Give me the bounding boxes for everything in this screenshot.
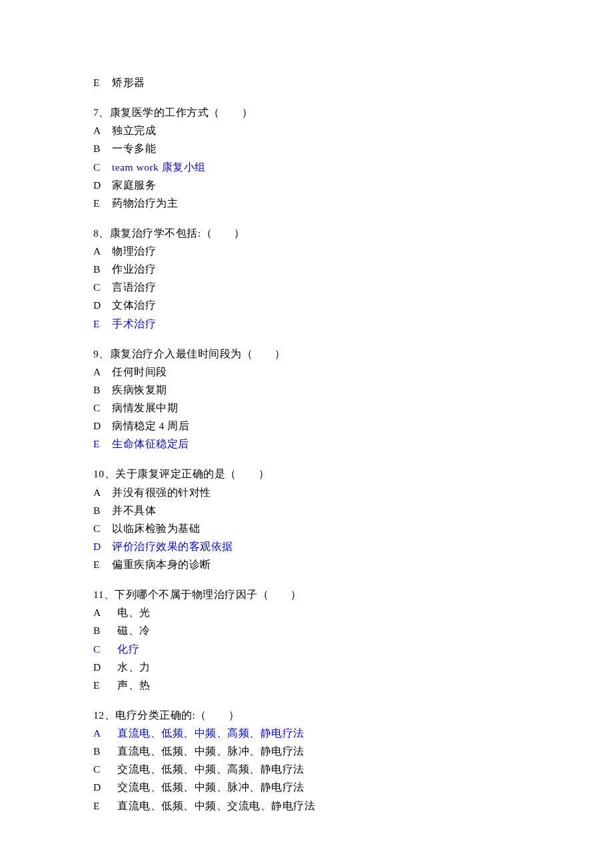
option-text: 独立完成 (105, 125, 156, 136)
option-letter: B (93, 501, 105, 519)
answer-option-line: A直流电、低频、中频、高频、静电疗法 (93, 724, 520, 742)
question-number: 12 (93, 709, 105, 721)
option-line: A电、光 (93, 603, 520, 621)
option-line: A并没有很强的针对性 (93, 483, 520, 501)
option-line: E声、热 (93, 676, 520, 694)
option-text: 并不具体 (105, 505, 156, 516)
option-letter: C (93, 640, 105, 658)
option-letter: E (93, 315, 105, 333)
option-line: B直流电、低频、中频、脉冲、静电疗法 (93, 742, 520, 760)
option-text: 任何时间段 (105, 366, 167, 377)
option-text: 直流电、低频、中频、脉冲、静电疗法 (105, 745, 305, 757)
option-line: C以临床检验为基础 (93, 519, 520, 537)
option-line: D水、力 (93, 658, 520, 676)
option-line: A独立完成 (93, 121, 520, 139)
question-number: 8 (93, 227, 99, 239)
option-letter: A (93, 242, 105, 260)
option-text: 评价治疗效果的客观依据 (105, 541, 233, 552)
option-letter: B (93, 139, 105, 157)
option-text: 药物治疗为主 (105, 197, 178, 209)
question-stem: 11、下列哪个不属于物理治疗因子（ ） (93, 585, 520, 603)
question-stem-text: 、康复治疗学不包括:（ ） (99, 227, 245, 239)
option-letter: A (93, 724, 105, 742)
option-text: 交流电、低频、中频、脉冲、静电疗法 (105, 781, 305, 793)
option-line: B一专多能 (93, 139, 520, 157)
option-letter: A (93, 483, 105, 501)
question-stem: 8、康复治疗学不包括:（ ） (93, 224, 520, 242)
option-letter: B (93, 621, 105, 639)
question-stem: 9、康复治疗介入最佳时间段为（ ） (93, 345, 520, 363)
question-block: 12、电疗分类正确的:（ ）A直流电、低频、中频、高频、静电疗法B直流电、低频、… (93, 706, 520, 815)
option-text: 作业治疗 (105, 263, 156, 275)
option-line: E直流电、低频、中频、交流电、静电疗法 (93, 797, 520, 815)
option-text: 矫形器 (105, 77, 145, 88)
option-letter: E (93, 555, 105, 573)
question-block: 8、康复治疗学不包括:（ ）A物理治疗B作业治疗C言语治疗D文体治疗E手术治疗 (93, 224, 520, 333)
answer-option-line: C化疗 (93, 640, 520, 658)
answer-option-line: E手术治疗 (93, 315, 520, 333)
question-number: 9 (93, 348, 99, 359)
question-block: 7、康复医学的工作方式（ ）A独立完成B一专多能Cteam work 康复小组D… (93, 103, 520, 212)
option-text: 直流电、低频、中频、高频、静电疗法 (105, 727, 305, 739)
option-text: team work 康复小组 (105, 161, 206, 173)
option-line: C言语治疗 (93, 278, 520, 296)
option-text: 直流电、低频、中频、交流电、静电疗法 (105, 800, 315, 811)
option-letter: A (93, 363, 105, 381)
option-text: 以临床检验为基础 (105, 523, 200, 534)
option-letter: C (93, 760, 105, 778)
question-stem: 7、康复医学的工作方式（ ） (93, 103, 520, 121)
option-line: D交流电、低频、中频、脉冲、静电疗法 (93, 778, 520, 796)
question-block: 11、下列哪个不属于物理治疗因子（ ）A电、光B磁、冷C化疗D水、力E声、热 (93, 585, 520, 694)
question-number: 10 (93, 468, 105, 479)
question-stem-text: 、关于康复评定正确的是（ ） (105, 468, 270, 479)
option-letter: C (93, 158, 105, 176)
option-text: 病情发展中期 (105, 402, 178, 413)
question-number: 11 (93, 589, 104, 600)
option-line: A任何时间段 (93, 363, 520, 381)
option-line: B并不具体 (93, 501, 520, 519)
question-stem: 10、关于康复评定正确的是（ ） (93, 465, 520, 483)
option-letter: A (93, 121, 105, 139)
option-letter: A (93, 603, 105, 621)
option-letter: C (93, 399, 105, 417)
option-text: 偏重疾病本身的诊断 (105, 559, 211, 570)
option-line: C病情发展中期 (93, 399, 520, 417)
option-letter: B (93, 381, 105, 399)
question-stem-text: 、电疗分类正确的:（ ） (105, 709, 240, 721)
option-letter: C (93, 278, 105, 296)
option-text: 一专多能 (105, 143, 156, 154)
option-line: D家庭服务 (93, 176, 520, 194)
question-stem-text: 、康复医学的工作方式（ ） (99, 107, 253, 118)
option-letter: D (93, 417, 105, 435)
option-letter: C (93, 519, 105, 537)
option-letter: E (93, 73, 105, 91)
option-letter: E (93, 435, 105, 453)
option-text: 声、热 (105, 679, 151, 691)
option-text: 病情稳定 4 周后 (105, 420, 189, 431)
option-text-latin: team work (112, 161, 162, 173)
option-text: 家庭服务 (105, 179, 156, 191)
option-line: D文体治疗 (93, 296, 520, 314)
option-letter: D (93, 537, 105, 555)
option-text: 文体治疗 (105, 299, 156, 311)
option-line: B作业治疗 (93, 260, 520, 278)
option-text: 并没有很强的针对性 (105, 487, 211, 498)
option-text: 电、光 (105, 607, 151, 618)
option-letter: E (93, 676, 105, 694)
option-text: 水、力 (105, 661, 151, 673)
orphan-option-block: E矫形器 (93, 73, 520, 91)
option-text: 疾病恢复期 (105, 384, 167, 395)
option-text: 物理治疗 (105, 245, 156, 257)
option-line: A物理治疗 (93, 242, 520, 260)
option-letter: D (93, 778, 105, 796)
answer-option-line: D评价治疗效果的客观依据 (93, 537, 520, 555)
option-letter: B (93, 260, 105, 278)
option-line: C交流电、低频、中频、高频、静电疗法 (93, 760, 520, 778)
option-letter: E (93, 194, 105, 212)
option-letter: D (93, 658, 105, 676)
option-text: 言语治疗 (105, 281, 156, 293)
answer-option-line: E生命体征稳定后 (93, 435, 520, 453)
option-text-cn: 康复小组 (162, 161, 206, 173)
option-letter: D (93, 296, 105, 314)
option-text: 生命体征稳定后 (105, 438, 189, 449)
